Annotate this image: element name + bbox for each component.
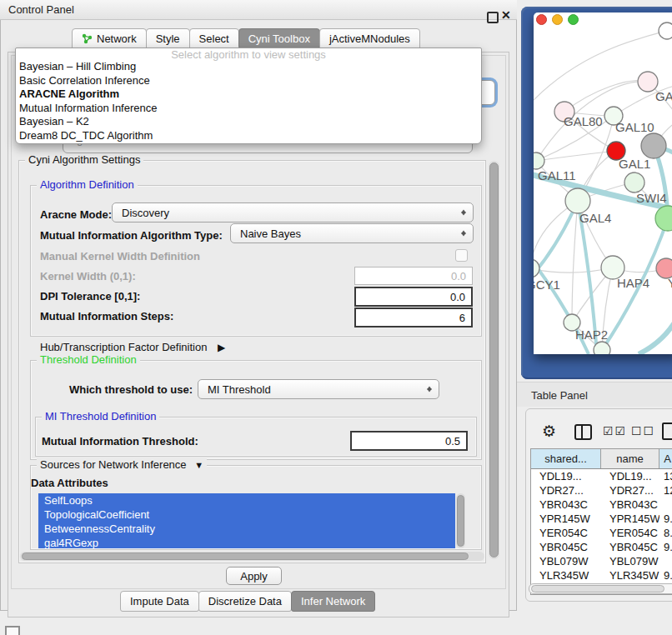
kernel-width-field[interactable]: 0.0 [354,267,473,285]
settings-horizontal-scrollbar[interactable] [20,552,484,561]
network-node[interactable] [624,172,644,192]
table-cell: YBR043C [601,498,659,512]
window-minimize-icon[interactable] [552,14,563,25]
network-node[interactable] [565,188,590,213]
attribute-item-selfloops[interactable]: SelfLoops [38,493,455,508]
deselect-all-icon[interactable]: ☐☐ [631,424,655,438]
mi-steps-field[interactable]: 6 [354,308,473,328]
manual-kernel-checkbox[interactable] [455,249,468,262]
network-node[interactable] [659,22,672,39]
algorithm-option-basic-correlation-inference[interactable]: Basic Correlation Inference [16,74,481,88]
settings-vertical-scrollbar[interactable] [489,161,499,559]
node-label-gal1: GAL1 [619,157,650,171]
mi-threshold-field[interactable]: 0.5 [350,431,468,451]
select-all-icon[interactable]: ☑☑ [603,424,627,438]
column-header-name[interactable]: name [601,449,659,468]
table-header-row[interactable]: shared...nameA [531,449,672,469]
network-node[interactable] [534,259,539,278]
float-window-icon[interactable] [487,12,499,23]
table-cell: 9. [659,512,672,526]
tab-style[interactable]: Style [146,28,190,49]
stepper-arrows-icon [426,383,434,396]
apply-button-label: Apply [240,570,268,582]
algorithm-option-bayesian-hill-climbing[interactable]: Bayesian – Hill Climbing [16,60,481,74]
column-header-a[interactable]: A [659,449,672,468]
control-panel-titlebar: Control Panel [0,0,517,20]
algorithm-option-mutual-information-inference[interactable]: Mutual Information Inference [16,102,481,116]
network-canvas[interactable]: GALGAL80GAL10GAL1GAL11SWI4GAL4GCY1HAP4YH… [534,12,672,354]
tab-network[interactable]: Network [72,28,147,49]
network-node[interactable] [594,342,610,354]
tab-cyni-toolbox[interactable]: Cyni Toolbox [238,28,320,49]
columns-icon[interactable] [574,424,592,440]
table-cell: YLR345W [601,568,659,582]
table-cell: YLR345W [531,568,601,582]
tab-discretize-data[interactable]: Discretize Data [198,591,292,612]
tab-infer-network[interactable]: Infer Network [291,591,375,612]
attributes-scrollbar-thumb[interactable] [457,495,464,547]
settings-horizontal-scrollbar-thumb[interactable] [22,552,469,560]
table-cell: 9. [659,540,672,554]
kernel-width-value: 0.0 [451,270,466,282]
table-row[interactable]: YLR345WYLR345W9. [531,568,672,582]
network-node[interactable] [534,152,544,169]
collapse-arrow-icon[interactable]: ▼ [194,460,203,470]
tab-select[interactable]: Select [189,28,239,49]
data-attributes-label: Data Attributes [31,477,108,489]
hub-definition-toggle[interactable]: Hub/Transcription Factor Definition ▶ [40,341,225,353]
attribute-item-betweennesscentrality[interactable]: BetweennessCentrality [38,522,455,536]
dpi-tolerance-value: 0.0 [450,291,465,303]
algorithm-option-dream8-dc-tdc-algorithm[interactable]: Dream8 DC_TDC Algorithm [16,129,481,143]
table-horizontal-scrollbar[interactable] [529,583,672,594]
which-threshold-combobox[interactable]: MI Threshold [198,379,439,399]
attribute-item-gal4rgexp[interactable]: gal4RGexp [38,536,455,548]
table-row[interactable]: YDR27...YDR27...12 [531,483,672,498]
table-cell: YBL079W [601,554,659,568]
algorithm-option-aracne-algorithm[interactable]: ARACNE Algorithm [16,88,481,102]
table-row[interactable]: YBL079WYBL079W [531,554,672,568]
aracne-mode-combobox[interactable]: Discovery [112,202,474,222]
network-node[interactable] [641,133,666,158]
node-label-y: Y [668,276,672,290]
settings-vertical-scrollbar-thumb[interactable] [489,162,499,558]
table-row[interactable]: YPR145WYPR145W9. [531,512,672,526]
table-row[interactable]: YBR043CYBR043C [531,498,672,512]
table-row[interactable]: YER054CYER054C8. [531,526,672,540]
collapsed-panel-icon[interactable] [5,626,20,635]
table-cell: YDL19... [601,469,659,483]
attributes-vertical-scrollbar[interactable] [456,493,465,548]
algorithm-option-bayesian-k2[interactable]: Bayesian – K2 [16,115,481,129]
mi-type-combobox[interactable]: Naive Bayes [230,223,474,243]
node-label-gal11: GAL11 [538,168,576,182]
table-cell [659,498,672,512]
network-node[interactable] [655,206,672,231]
tab-impute-data[interactable]: Impute Data [120,591,199,612]
tab-jactivemnodules[interactable]: jActiveMNodules [319,28,420,49]
export-table-icon[interactable] [662,422,672,440]
threshold-definition-title: Threshold Definition [37,353,140,366]
table-row[interactable]: YDL19...YDL19...13 [531,469,672,483]
node-table[interactable]: shared...nameA YDL19...YDL19...13YDR27..… [530,448,672,595]
algorithm-dropdown-popup: Select algorithm to view settings Bayesi… [15,48,482,144]
table-horizontal-scrollbar-thumb[interactable] [531,585,664,592]
apply-button[interactable]: Apply [226,567,282,585]
close-icon[interactable]: ✕ [501,8,511,22]
attribute-item-topologicalcoefficient[interactable]: TopologicalCoefficient [38,508,455,522]
mi-type-value: Naive Bayes [240,228,301,240]
node-label-swi4: SWI4 [636,191,667,205]
expand-arrow-icon[interactable]: ▶ [218,342,225,353]
window-close-icon[interactable] [536,14,547,25]
column-header-shared[interactable]: shared... [531,449,601,468]
table-panel-header: Table Panel [517,382,672,407]
table-cell: YBR043C [531,498,601,512]
table-cell: YBR045C [531,540,601,554]
dpi-tolerance-field[interactable]: 0.0 [354,287,473,307]
network-view-window[interactable]: GALGAL80GAL10GAL1GAL11SWI4GAL4GCY1HAP4YH… [534,12,672,354]
which-threshold-label: Which threshold to use: [69,383,193,396]
table-cell: YDR27... [531,483,601,498]
table-row[interactable]: YBR045CYBR045C9. [531,540,672,554]
window-zoom-icon[interactable] [568,14,579,25]
gear-icon[interactable]: ⚙ [542,422,556,441]
sources-group-title[interactable]: Sources for Network Inference ▼ [37,458,207,471]
data-attributes-list[interactable]: SelfLoopsTopologicalCoefficientBetweenne… [38,493,455,548]
